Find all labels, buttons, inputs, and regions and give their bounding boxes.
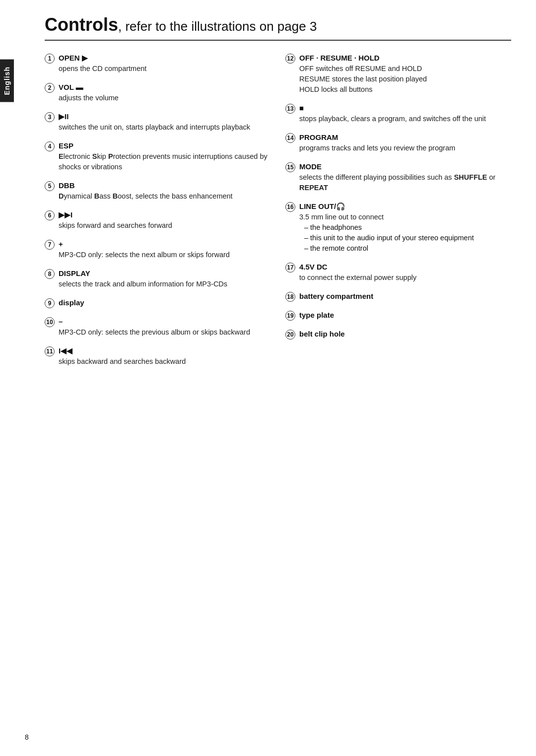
item-description-intro: 3.5 mm line out to connect <box>285 212 511 222</box>
item-description: OFF switches off RESUME and HOLDRESUME s… <box>285 64 511 95</box>
right-column: 12OFF · RESUME · HOLDOFF switches off RE… <box>285 53 511 375</box>
control-item: 18battery compartment <box>285 291 511 302</box>
item-number: 19 <box>285 311 295 321</box>
bullet-item: the headphones <box>304 222 511 233</box>
item-description: Dynamical Bass Boost, selects the bass e… <box>45 191 270 202</box>
item-number: 20 <box>285 330 295 340</box>
item-number: 11 <box>45 346 55 356</box>
item-title: battery compartment <box>299 291 373 302</box>
item-number: 10 <box>45 317 55 327</box>
control-item: 12OFF · RESUME · HOLDOFF switches off RE… <box>285 53 511 95</box>
item-title: DISPLAY <box>59 268 90 279</box>
control-item: 11I◀◀skips backward and searches backwar… <box>45 345 270 367</box>
item-number: 5 <box>45 181 55 191</box>
item-number: 16 <box>285 202 295 212</box>
item-title: I◀◀ <box>59 345 72 356</box>
left-column: 1OPEN ▶opens the CD compartment2VOL ▬adj… <box>45 53 270 375</box>
item-title: MODE <box>299 161 322 172</box>
item-number: 8 <box>45 269 55 279</box>
item-title: belt clip hole <box>299 329 345 340</box>
bullet-item: the remote control <box>304 243 511 254</box>
control-item: 8DISPLAYselects the track and album info… <box>45 268 270 289</box>
item-description: selects the different playing possibilit… <box>285 172 511 193</box>
item-description: programs tracks and lets you review the … <box>285 143 511 153</box>
content-columns: 1OPEN ▶opens the CD compartment2VOL ▬adj… <box>45 53 511 375</box>
item-description: switches the unit on, starts playback an… <box>45 122 270 133</box>
control-item: 4ESPElectronic Skip Protection prevents … <box>45 140 270 172</box>
control-item: 9display <box>45 297 270 308</box>
control-item: 174.5V DCto connect the external power s… <box>285 262 511 283</box>
item-title: ■ <box>299 103 304 114</box>
control-item: 15MODEselects the different playing poss… <box>285 161 511 193</box>
control-item: 13■stops playback, clears a program, and… <box>285 103 511 124</box>
item-title: VOL ▬ <box>59 82 83 93</box>
item-number: 4 <box>45 141 55 151</box>
item-title: ▶II <box>59 111 68 122</box>
item-number: 14 <box>285 133 295 143</box>
item-title: – <box>59 316 63 327</box>
bullet-list: the headphonesthis unit to the audio inp… <box>285 222 511 254</box>
item-number: 9 <box>45 298 55 308</box>
control-item: 10–MP3-CD only: selects the previous alb… <box>45 316 270 338</box>
item-number: 6 <box>45 210 55 220</box>
item-number: 12 <box>285 54 295 64</box>
item-title: + <box>59 239 63 250</box>
item-title: DBB <box>59 180 75 191</box>
control-item: 19type plate <box>285 310 511 321</box>
item-title: type plate <box>299 310 334 321</box>
item-number: 1 <box>45 54 55 64</box>
page-title: Controls, refer to the illustrations on … <box>45 15 511 35</box>
item-description: MP3-CD only: selects the next album or s… <box>45 250 270 260</box>
item-description: to connect the external power supply <box>285 273 511 283</box>
control-item: 20belt clip hole <box>285 329 511 340</box>
item-description: selects the track and album information … <box>45 279 270 289</box>
item-number: 18 <box>285 292 295 302</box>
item-description: Electronic Skip Protection prevents musi… <box>45 151 270 172</box>
item-description: adjusts the volume <box>45 93 270 103</box>
item-description: stops playback, clears a program, and sw… <box>285 114 511 124</box>
language-tab: English <box>0 60 14 102</box>
page-number: 8 <box>25 733 29 741</box>
item-title: PROGRAM <box>299 132 338 143</box>
item-title: ▶▶I <box>59 209 72 220</box>
page-header: Controls, refer to the illustrations on … <box>45 15 511 41</box>
item-description: skips backward and searches backward <box>45 356 270 367</box>
title-normal: , refer to the illustrations on page 3 <box>118 19 317 34</box>
item-description: skips forward and searches forward <box>45 220 270 231</box>
item-title: ESP <box>59 140 73 151</box>
item-title: LINE OUT/🎧 <box>299 201 345 212</box>
control-item: 16LINE OUT/🎧3.5 mm line out to connectth… <box>285 201 511 254</box>
control-item: 2VOL ▬adjusts the volume <box>45 82 270 103</box>
control-item: 6▶▶Iskips forward and searches forward <box>45 209 270 231</box>
item-title: 4.5V DC <box>299 262 328 273</box>
item-title: OPEN ▶ <box>59 53 88 64</box>
bullet-item: this unit to the audio input of your ste… <box>304 233 511 243</box>
item-title: display <box>59 297 84 308</box>
item-number: 2 <box>45 83 55 93</box>
item-number: 15 <box>285 162 295 172</box>
control-item: 5DBBDynamical Bass Boost, selects the ba… <box>45 180 270 202</box>
item-number: 3 <box>45 112 55 122</box>
control-item: 7+MP3-CD only: selects the next album or… <box>45 239 270 260</box>
control-item: 1OPEN ▶opens the CD compartment <box>45 53 270 74</box>
item-title: OFF · RESUME · HOLD <box>299 53 380 64</box>
item-description: MP3-CD only: selects the previous album … <box>45 327 270 338</box>
control-item: 3▶IIswitches the unit on, starts playbac… <box>45 111 270 133</box>
item-number: 13 <box>285 104 295 114</box>
item-description: opens the CD compartment <box>45 64 270 74</box>
item-number: 7 <box>45 240 55 250</box>
item-number: 17 <box>285 263 295 273</box>
control-item: 14PROGRAMprograms tracks and lets you re… <box>285 132 511 153</box>
title-bold: Controls <box>45 14 118 35</box>
